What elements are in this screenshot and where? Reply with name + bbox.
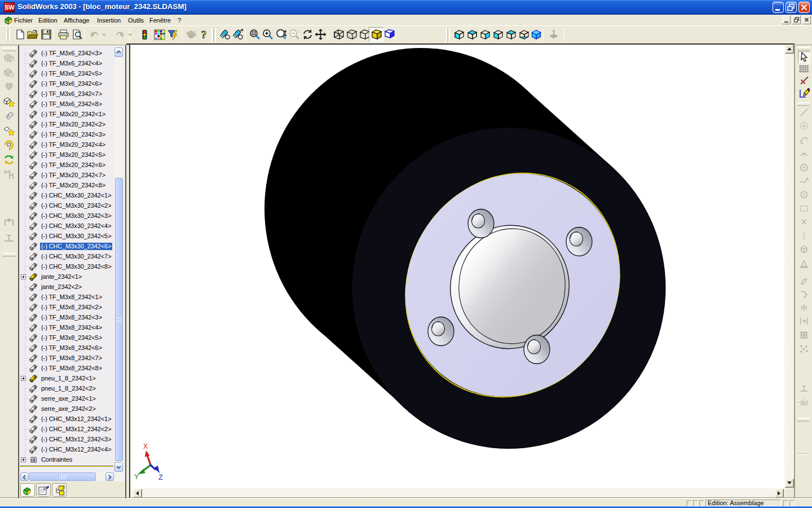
svg-text:Y: Y (134, 473, 139, 481)
svg-text:Z: Z (158, 474, 162, 481)
svg-text:X: X (143, 443, 148, 450)
svg-text:?: ? (201, 29, 207, 40)
